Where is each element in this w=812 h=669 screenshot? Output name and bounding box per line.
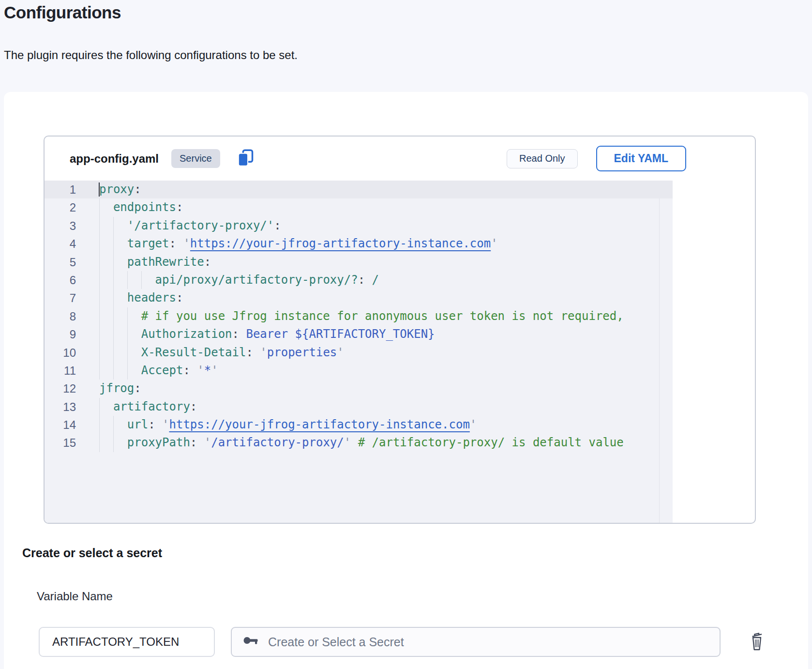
copy-icon [236,148,255,169]
file-name: app-config.yaml [70,152,159,166]
code-line: 7headers: [45,289,673,307]
code-line: 11Accept: '*' [45,362,673,380]
code-line: 5pathRewrite: [45,253,673,271]
line-number: 12 [45,380,99,397]
code-line: 14url: 'https://your-jfrog-artifactory-i… [45,416,673,434]
line-number: 5 [45,253,99,271]
read-only-button[interactable]: Read Only [507,149,578,168]
line-number: 8 [45,307,99,325]
code-line: 13artifactory: [45,398,673,416]
secret-section-heading: Create or select a secret [22,546,162,560]
line-number: 14 [45,416,99,434]
line-number: 2 [45,198,99,216]
yaml-editor-card: app-config.yaml Service Read Only Edit Y… [44,136,756,524]
line-number: 4 [45,235,99,253]
line-number: 9 [45,325,99,343]
line-number: 11 [45,362,99,380]
code-line: 6api/proxy/artifactory-proxy/?: / [45,271,673,289]
delete-secret-button[interactable] [747,630,767,653]
editor-card-header: app-config.yaml Service Read Only Edit Y… [45,137,755,181]
code-line: 9Authorization: Bearer ${ARTIFACTORY_TOK… [45,325,673,343]
yaml-code-editor[interactable]: 1proxy:2endpoints:3'/artifactory-proxy/'… [45,181,673,523]
code-line: 3'/artifactory-proxy/': [45,217,673,235]
code-line: 2endpoints: [45,198,673,216]
line-number: 1 [45,181,99,198]
configurations-panel: app-config.yaml Service Read Only Edit Y… [4,92,808,669]
code-line: 12jfrog: [45,380,673,397]
code-line: 8# if you use Jfrog instance for anonymo… [45,307,673,325]
edit-yaml-button[interactable]: Edit YAML [596,146,686,171]
secret-select-field[interactable]: Create or Select a Secret [231,627,721,657]
copy-button[interactable] [236,148,255,169]
key-icon [243,636,259,648]
code-line: 4target: 'https://your-jfrog-artifactory… [45,235,673,253]
code-line: 15proxyPath: '/artifactory-proxy/' # /ar… [45,434,673,452]
line-number: 13 [45,398,99,416]
page-subtitle: The plugin requires the following config… [4,48,298,62]
line-number: 15 [45,434,99,452]
secret-select-placeholder: Create or Select a Secret [268,635,404,649]
line-number: 7 [45,289,99,307]
line-number: 10 [45,344,99,362]
line-number: 6 [45,271,99,289]
code-line: 10X-Result-Detail: 'properties' [45,344,673,362]
trash-icon [748,630,766,653]
variable-name-label: Variable Name [37,590,113,603]
variable-name-input[interactable] [39,627,215,657]
text-cursor [99,182,100,197]
page-title: Configurations [4,3,121,22]
code-lines: 1proxy:2endpoints:3'/artifactory-proxy/'… [45,181,673,452]
line-number: 3 [45,217,99,235]
service-badge: Service [171,149,220,168]
code-line: 1proxy: [45,181,673,198]
